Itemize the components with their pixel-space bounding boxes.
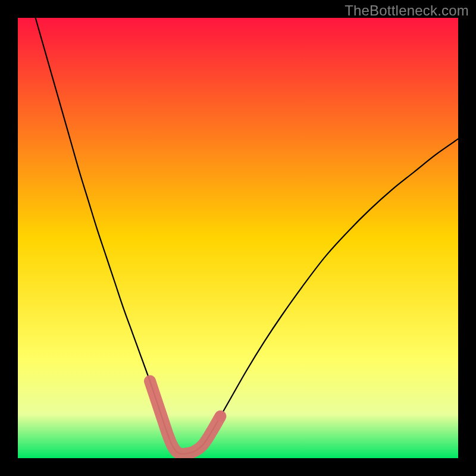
watermark-text: TheBottleneck.com: [345, 2, 469, 19]
gradient-bg: [18, 18, 458, 458]
chart-container: TheBottleneck.com: [0, 0, 476, 476]
bottleneck-chart: [18, 18, 458, 458]
marker-dot: [215, 411, 226, 422]
